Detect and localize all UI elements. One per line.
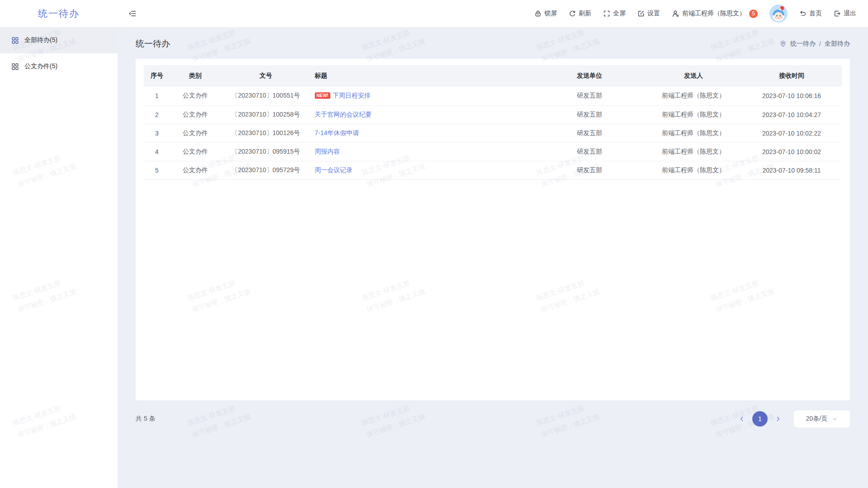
grid-icon <box>11 37 19 44</box>
cell-unit: 研发五部 <box>533 161 646 179</box>
cell-title: 周报内容 <box>311 142 533 161</box>
chevron-right-icon <box>775 416 781 422</box>
cell-sender: 前端工程师（陈思文） <box>646 161 741 179</box>
cell-category: 公文办件 <box>170 142 221 161</box>
fullscreen-button[interactable]: 全屏 <box>603 9 626 18</box>
next-page-button[interactable] <box>772 411 784 427</box>
cell-time: 2023-07-10 10:04:27 <box>741 105 842 124</box>
col-header-unit: 发送单位 <box>533 65 646 87</box>
table-body: 1 公文办件 〔20230710〕100551号 NEW!下周日程安排 研发五部… <box>144 87 842 179</box>
doc-title-link[interactable]: 周一会议记录 <box>315 166 353 174</box>
chevron-left-icon <box>739 416 745 422</box>
chevron-down-icon <box>832 416 838 422</box>
fullscreen-label: 全屏 <box>613 9 626 18</box>
table-row: 1 公文办件 〔20230710〕100551号 NEW!下周日程安排 研发五部… <box>144 87 842 105</box>
page-title: 统一待办 <box>136 38 170 50</box>
breadcrumb-current: 全部待办 <box>825 40 850 48</box>
cell-doc-no: 〔20230710〕100126号 <box>221 124 311 142</box>
user-name-label: 前端工程师（陈思文） <box>682 9 745 18</box>
sidebar: 统一待办 全部待办(5) 公文办件(5) <box>0 0 118 488</box>
return-home-icon <box>799 10 807 17</box>
user-menu[interactable]: 前端工程师（陈思文） 5 <box>672 9 758 18</box>
sidebar-item-all-todo[interactable]: 全部待办(5) <box>0 27 118 53</box>
refresh-button[interactable]: 刷新 <box>569 9 591 18</box>
settings-button[interactable]: 设置 <box>637 9 660 18</box>
breadcrumb: 统一待办 / 全部待办 <box>779 40 850 48</box>
doc-title-link[interactable]: 关于官网的会议纪要 <box>315 111 372 118</box>
main-column: 锁屏 刷新 <box>118 0 868 488</box>
cell-time: 2023-07-10 10:00:02 <box>741 142 842 161</box>
avatar[interactable] <box>769 5 788 23</box>
cell-doc-no: 〔20230710〕095915号 <box>221 142 311 161</box>
col-header-sender: 发送人 <box>646 65 741 87</box>
breadcrumb-root[interactable]: 统一待办 <box>790 40 816 48</box>
cell-seq: 4 <box>144 142 170 161</box>
doc-title-link[interactable]: 周报内容 <box>315 148 340 155</box>
cell-seq: 1 <box>144 87 170 105</box>
cell-sender: 前端工程师（陈思文） <box>646 87 741 105</box>
prev-page-button[interactable] <box>736 411 748 427</box>
total-count-label: 共 5 条 <box>136 415 156 423</box>
todo-table: 序号 类别 文号 标题 发送单位 发送人 接收时间 1 公文办件 〔202307… <box>144 65 842 180</box>
cell-category: 公文办件 <box>170 124 221 142</box>
cell-category: 公文办件 <box>170 87 221 105</box>
cell-seq: 2 <box>144 105 170 124</box>
edit-settings-icon <box>637 10 645 17</box>
new-badge: NEW! <box>315 92 330 99</box>
sidebar-item-doc-todo[interactable]: 公文办件(5) <box>0 53 118 80</box>
settings-label: 设置 <box>647 9 660 18</box>
sidebar-collapse-button[interactable] <box>128 9 137 18</box>
table-header: 序号 类别 文号 标题 发送单位 发送人 接收时间 <box>144 65 842 87</box>
cell-unit: 研发五部 <box>533 87 646 105</box>
cell-unit: 研发五部 <box>533 105 646 124</box>
topbar-actions: 锁屏 刷新 <box>534 5 856 23</box>
cell-title: NEW!下周日程安排 <box>311 87 533 105</box>
app-logo: 统一待办 <box>0 0 118 27</box>
cell-doc-no: 〔20230710〕100551号 <box>221 87 311 105</box>
col-header-time: 接收时间 <box>741 65 842 87</box>
content-area: 统一待办 统一待办 / 全部待办 <box>118 27 868 488</box>
cell-category: 公文办件 <box>170 161 221 179</box>
cell-category: 公文办件 <box>170 105 221 124</box>
cell-doc-no: 〔20230710〕095729号 <box>221 161 311 179</box>
table-row: 2 公文办件 〔20230710〕100258号 关于官网的会议纪要 研发五部 … <box>144 105 842 124</box>
breadcrumb-separator: / <box>819 40 821 47</box>
cell-time: 2023-07-10 10:02:22 <box>741 124 842 142</box>
doc-title-link[interactable]: 7-14年休假申请 <box>315 129 359 136</box>
table-row: 3 公文办件 〔20230710〕100126号 7-14年休假申请 研发五部 … <box>144 124 842 142</box>
page-size-select[interactable]: 20条/页 <box>794 410 850 427</box>
home-label: 首页 <box>809 9 822 18</box>
table-row: 4 公文办件 〔20230710〕095915号 周报内容 研发五部 前端工程师… <box>144 142 842 161</box>
app-root: 统一待办 全部待办(5) 公文办件(5) <box>0 0 868 488</box>
cell-sender: 前端工程师（陈思文） <box>646 105 741 124</box>
cell-seq: 3 <box>144 124 170 142</box>
logout-button[interactable]: 退出 <box>834 9 856 18</box>
avatar-image <box>769 5 788 23</box>
grid-icon <box>11 63 19 70</box>
topbar: 锁屏 刷新 <box>118 0 868 27</box>
todo-table-card: 序号 类别 文号 标题 发送单位 发送人 接收时间 1 公文办件 〔202307… <box>136 59 850 400</box>
page-size-value: 20条/页 <box>806 415 827 423</box>
page-number-button[interactable]: 1 <box>752 411 768 427</box>
user-icon <box>672 10 679 18</box>
table-row: 5 公文办件 〔20230710〕095729号 周一会议记录 研发五部 前端工… <box>144 161 842 179</box>
cell-unit: 研发五部 <box>533 142 646 161</box>
collapse-menu-icon <box>128 9 137 18</box>
location-pin-icon <box>779 40 787 47</box>
cell-title: 7-14年休假申请 <box>311 124 533 142</box>
pager: 1 20条/页 <box>736 410 850 427</box>
home-button[interactable]: 首页 <box>799 9 822 18</box>
cell-seq: 5 <box>144 161 170 179</box>
fullscreen-icon <box>603 10 610 17</box>
cell-doc-no: 〔20230710〕100258号 <box>221 105 311 124</box>
logout-icon <box>834 10 841 17</box>
cell-title: 周一会议记录 <box>311 161 533 179</box>
doc-title-link[interactable]: 下周日程安排 <box>333 92 371 99</box>
lock-screen-label: 锁屏 <box>544 9 557 18</box>
cell-sender: 前端工程师（陈思文） <box>646 124 741 142</box>
cell-title: 关于官网的会议纪要 <box>311 105 533 124</box>
lock-screen-button[interactable]: 锁屏 <box>534 9 557 18</box>
cell-time: 2023-07-10 09:58:11 <box>741 161 842 179</box>
col-header-title: 标题 <box>311 65 533 87</box>
app-logo-text: 统一待办 <box>38 7 80 20</box>
